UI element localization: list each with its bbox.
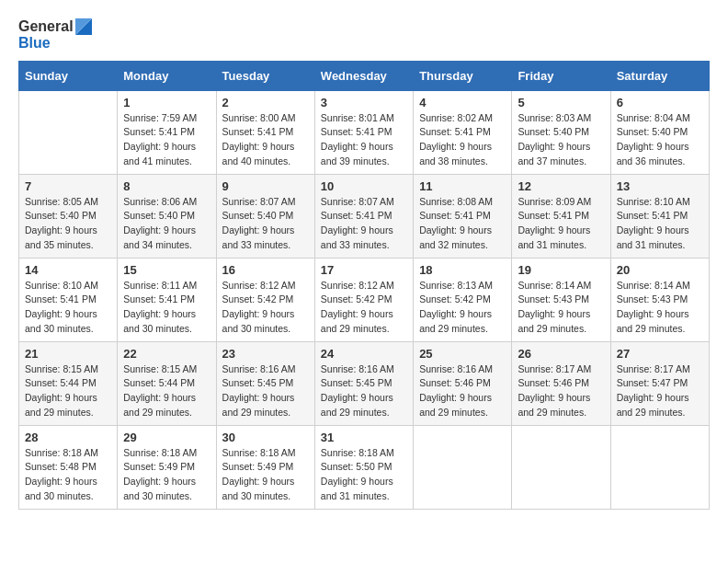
day-number: 21 bbox=[25, 347, 111, 361]
calendar-cell: 8Sunrise: 8:06 AMSunset: 5:40 PMDaylight… bbox=[118, 174, 216, 258]
calendar-cell: 19Sunrise: 8:14 AMSunset: 5:43 PMDayligh… bbox=[512, 258, 610, 341]
day-number: 29 bbox=[123, 431, 210, 444]
day-number: 27 bbox=[617, 347, 703, 361]
day-number: 18 bbox=[419, 263, 506, 277]
day-info: Sunrise: 8:13 AMSunset: 5:42 PMDaylight:… bbox=[419, 279, 506, 337]
calendar-body: 1Sunrise: 7:59 AMSunset: 5:41 PMDaylight… bbox=[19, 90, 710, 509]
week-row-4: 28Sunrise: 8:18 AMSunset: 5:48 PMDayligh… bbox=[19, 425, 710, 509]
calendar-cell: 4Sunrise: 8:02 AMSunset: 5:41 PMDaylight… bbox=[414, 90, 512, 174]
calendar-cell: 10Sunrise: 8:07 AMSunset: 5:41 PMDayligh… bbox=[314, 174, 413, 258]
calendar-cell bbox=[19, 90, 118, 174]
calendar-cell: 28Sunrise: 8:18 AMSunset: 5:48 PMDayligh… bbox=[19, 425, 118, 509]
day-number: 5 bbox=[518, 96, 604, 109]
calendar-cell: 29Sunrise: 8:18 AMSunset: 5:49 PMDayligh… bbox=[118, 425, 216, 509]
day-number: 8 bbox=[123, 179, 210, 193]
header: General Blue bbox=[18, 18, 710, 52]
day-info: Sunrise: 8:17 AMSunset: 5:47 PMDaylight:… bbox=[617, 362, 703, 420]
day-number: 10 bbox=[321, 179, 407, 193]
calendar-cell: 17Sunrise: 8:12 AMSunset: 5:42 PMDayligh… bbox=[314, 258, 413, 341]
day-info: Sunrise: 8:07 AMSunset: 5:41 PMDaylight:… bbox=[321, 195, 407, 253]
day-number: 16 bbox=[222, 263, 309, 277]
day-info: Sunrise: 7:59 AMSunset: 5:41 PMDaylight:… bbox=[123, 111, 210, 169]
day-number: 25 bbox=[419, 347, 506, 361]
day-info: Sunrise: 8:05 AMSunset: 5:40 PMDaylight:… bbox=[25, 195, 111, 253]
calendar-cell: 23Sunrise: 8:16 AMSunset: 5:45 PMDayligh… bbox=[216, 341, 314, 425]
day-number: 9 bbox=[222, 179, 309, 193]
day-number: 4 bbox=[419, 96, 506, 109]
day-info: Sunrise: 8:10 AMSunset: 5:41 PMDaylight:… bbox=[617, 195, 703, 253]
day-number: 6 bbox=[617, 96, 703, 109]
day-info: Sunrise: 8:14 AMSunset: 5:43 PMDaylight:… bbox=[518, 279, 604, 337]
calendar-table: SundayMondayTuesdayWednesdayThursdayFrid… bbox=[18, 61, 710, 510]
logo-blue: Blue bbox=[18, 35, 92, 52]
day-number: 12 bbox=[518, 179, 604, 193]
calendar-cell: 14Sunrise: 8:10 AMSunset: 5:41 PMDayligh… bbox=[19, 258, 118, 341]
logo-graphic: General Blue bbox=[18, 18, 92, 52]
calendar-cell: 5Sunrise: 8:03 AMSunset: 5:40 PMDaylight… bbox=[512, 90, 610, 174]
day-number: 28 bbox=[25, 431, 111, 444]
day-info: Sunrise: 8:06 AMSunset: 5:40 PMDaylight:… bbox=[123, 195, 210, 253]
calendar-cell: 26Sunrise: 8:17 AMSunset: 5:46 PMDayligh… bbox=[512, 341, 610, 425]
day-info: Sunrise: 8:09 AMSunset: 5:41 PMDaylight:… bbox=[518, 195, 604, 253]
calendar-cell: 24Sunrise: 8:16 AMSunset: 5:45 PMDayligh… bbox=[314, 341, 413, 425]
week-row-1: 7Sunrise: 8:05 AMSunset: 5:40 PMDaylight… bbox=[19, 174, 710, 258]
calendar-cell: 18Sunrise: 8:13 AMSunset: 5:42 PMDayligh… bbox=[414, 258, 512, 341]
day-number: 14 bbox=[25, 263, 111, 277]
day-header-saturday: Saturday bbox=[610, 61, 709, 90]
day-number: 24 bbox=[321, 347, 407, 361]
day-number: 31 bbox=[321, 431, 407, 444]
day-info: Sunrise: 8:11 AMSunset: 5:41 PMDaylight:… bbox=[123, 279, 210, 337]
day-header-sunday: Sunday bbox=[19, 61, 118, 90]
day-number: 30 bbox=[222, 431, 309, 444]
logo-general: General bbox=[18, 18, 74, 35]
day-header-friday: Friday bbox=[512, 61, 610, 90]
calendar-cell: 9Sunrise: 8:07 AMSunset: 5:40 PMDaylight… bbox=[216, 174, 314, 258]
calendar-cell: 27Sunrise: 8:17 AMSunset: 5:47 PMDayligh… bbox=[610, 341, 709, 425]
day-info: Sunrise: 8:16 AMSunset: 5:45 PMDaylight:… bbox=[222, 362, 309, 420]
day-number: 17 bbox=[321, 263, 407, 277]
day-info: Sunrise: 8:00 AMSunset: 5:41 PMDaylight:… bbox=[222, 111, 309, 169]
day-info: Sunrise: 8:18 AMSunset: 5:49 PMDaylight:… bbox=[222, 446, 309, 504]
calendar-cell: 3Sunrise: 8:01 AMSunset: 5:41 PMDaylight… bbox=[314, 90, 413, 174]
day-number: 23 bbox=[222, 347, 309, 361]
day-number: 20 bbox=[617, 263, 703, 277]
day-info: Sunrise: 8:18 AMSunset: 5:50 PMDaylight:… bbox=[321, 446, 407, 504]
calendar-cell: 6Sunrise: 8:04 AMSunset: 5:40 PMDaylight… bbox=[610, 90, 709, 174]
day-number: 15 bbox=[123, 263, 210, 277]
day-number: 13 bbox=[617, 179, 703, 193]
logo: General Blue bbox=[18, 18, 92, 52]
day-info: Sunrise: 8:12 AMSunset: 5:42 PMDaylight:… bbox=[222, 279, 309, 337]
calendar-header-row: SundayMondayTuesdayWednesdayThursdayFrid… bbox=[19, 61, 710, 90]
calendar-cell: 31Sunrise: 8:18 AMSunset: 5:50 PMDayligh… bbox=[314, 425, 413, 509]
day-info: Sunrise: 8:15 AMSunset: 5:44 PMDaylight:… bbox=[123, 362, 210, 420]
calendar-cell: 22Sunrise: 8:15 AMSunset: 5:44 PMDayligh… bbox=[118, 341, 216, 425]
calendar-cell: 11Sunrise: 8:08 AMSunset: 5:41 PMDayligh… bbox=[414, 174, 512, 258]
day-number: 3 bbox=[321, 96, 407, 109]
day-header-tuesday: Tuesday bbox=[216, 61, 314, 90]
day-info: Sunrise: 8:12 AMSunset: 5:42 PMDaylight:… bbox=[321, 279, 407, 337]
calendar-cell bbox=[512, 425, 610, 509]
calendar-cell: 1Sunrise: 7:59 AMSunset: 5:41 PMDaylight… bbox=[118, 90, 216, 174]
day-info: Sunrise: 8:08 AMSunset: 5:41 PMDaylight:… bbox=[419, 195, 506, 253]
day-info: Sunrise: 8:10 AMSunset: 5:41 PMDaylight:… bbox=[25, 279, 111, 337]
day-info: Sunrise: 8:02 AMSunset: 5:41 PMDaylight:… bbox=[419, 111, 506, 169]
day-header-monday: Monday bbox=[118, 61, 216, 90]
calendar-cell: 13Sunrise: 8:10 AMSunset: 5:41 PMDayligh… bbox=[610, 174, 709, 258]
day-info: Sunrise: 8:07 AMSunset: 5:40 PMDaylight:… bbox=[222, 195, 309, 253]
day-info: Sunrise: 8:15 AMSunset: 5:44 PMDaylight:… bbox=[25, 362, 111, 420]
week-row-2: 14Sunrise: 8:10 AMSunset: 5:41 PMDayligh… bbox=[19, 258, 710, 341]
calendar-cell bbox=[610, 425, 709, 509]
calendar-cell: 16Sunrise: 8:12 AMSunset: 5:42 PMDayligh… bbox=[216, 258, 314, 341]
calendar-cell: 20Sunrise: 8:14 AMSunset: 5:43 PMDayligh… bbox=[610, 258, 709, 341]
day-info: Sunrise: 8:16 AMSunset: 5:46 PMDaylight:… bbox=[419, 362, 506, 420]
day-info: Sunrise: 8:01 AMSunset: 5:41 PMDaylight:… bbox=[321, 111, 407, 169]
day-number: 2 bbox=[222, 96, 309, 109]
day-info: Sunrise: 8:18 AMSunset: 5:49 PMDaylight:… bbox=[123, 446, 210, 504]
day-info: Sunrise: 8:14 AMSunset: 5:43 PMDaylight:… bbox=[617, 279, 703, 337]
calendar-cell: 30Sunrise: 8:18 AMSunset: 5:49 PMDayligh… bbox=[216, 425, 314, 509]
day-info: Sunrise: 8:18 AMSunset: 5:48 PMDaylight:… bbox=[25, 446, 111, 504]
calendar-cell: 25Sunrise: 8:16 AMSunset: 5:46 PMDayligh… bbox=[414, 341, 512, 425]
day-header-wednesday: Wednesday bbox=[314, 61, 413, 90]
calendar-cell: 21Sunrise: 8:15 AMSunset: 5:44 PMDayligh… bbox=[19, 341, 118, 425]
calendar-cell bbox=[414, 425, 512, 509]
